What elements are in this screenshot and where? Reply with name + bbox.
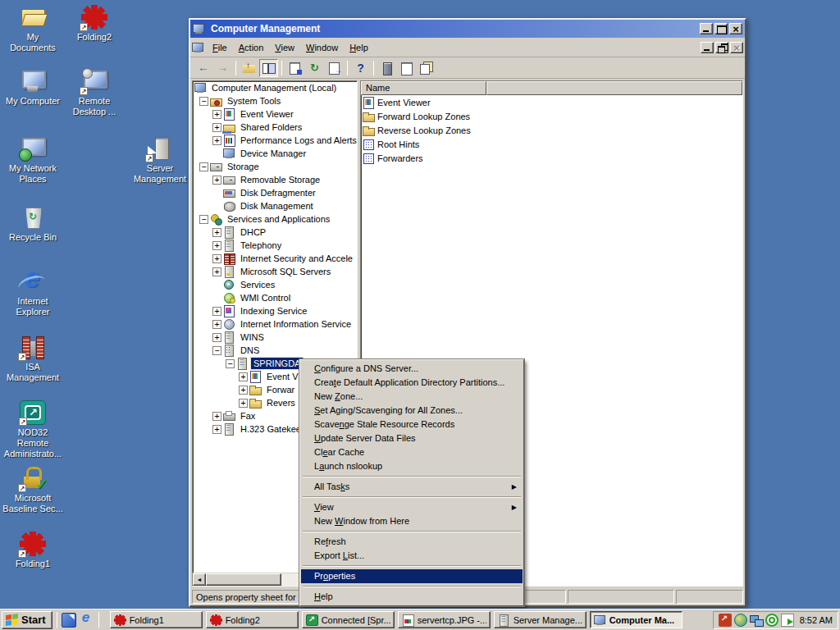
scroll-left-arrow[interactable]: ◄ — [193, 573, 206, 586]
tree-item-event-viewer[interactable]: +Event Viewer — [193, 107, 357, 121]
context-menu-item-update-server-data-files[interactable]: Update Server Data Files — [301, 431, 523, 445]
internet-explorer-icon[interactable] — [80, 613, 94, 628]
expand-toggle-icon[interactable]: + — [212, 228, 221, 237]
desktop-icon-microsoft-baseline-sec[interactable]: ↗Microsoft Baseline Sec... — [0, 466, 66, 514]
list-item-root-hints[interactable]: Root Hints — [361, 137, 742, 151]
help-button[interactable] — [351, 59, 370, 77]
collapse-toggle-icon[interactable]: − — [199, 97, 208, 106]
tree-item-system-tools[interactable]: −System Tools — [193, 94, 357, 107]
taskbar-button-folding1[interactable]: Folding1 — [110, 611, 203, 628]
tree-item-dhcp[interactable]: +DHCP — [193, 226, 357, 239]
minimize-button[interactable] — [700, 23, 713, 34]
taskbar-button-computer-ma[interactable]: Computer Ma... — [590, 611, 682, 628]
network-computers-icon[interactable] — [750, 614, 763, 627]
desktop-icon-my-documents[interactable]: My Documents — [2, 5, 64, 53]
expand-toggle-icon[interactable]: + — [239, 399, 248, 408]
context-menu-item-export-list[interactable]: Export List... — [301, 549, 523, 563]
taskbar-button-servertcp-jpg[interactable]: servertcp.JPG -... — [398, 611, 491, 628]
expand-toggle-icon[interactable]: + — [239, 372, 248, 381]
context-menu-item-view[interactable]: View▶ — [301, 500, 523, 514]
desktop-icon-folding2[interactable]: ↗Folding2 — [63, 5, 126, 43]
back-button[interactable] — [194, 59, 212, 77]
server-button[interactable] — [377, 59, 396, 77]
window-titlebar[interactable]: Computer Management — [190, 20, 745, 38]
taskbar-button-folding2[interactable]: Folding2 — [206, 611, 299, 628]
tree-item-dns[interactable]: −DNS — [193, 344, 357, 357]
tree-item-services[interactable]: Services — [193, 278, 357, 291]
taskbar-clock[interactable]: 8:52 AM — [800, 615, 833, 625]
column-header-name[interactable]: Name — [361, 81, 486, 95]
record-list-button[interactable] — [397, 59, 416, 77]
column-header-blank[interactable] — [486, 81, 742, 95]
expand-toggle-icon[interactable]: + — [212, 241, 221, 250]
menu-file[interactable]: File — [207, 40, 233, 55]
context-menu-item-set-aging-scavenging-for-all-zones[interactable]: Set Aging/Scavenging for All Zones... — [301, 404, 523, 418]
collapse-toggle-icon[interactable]: − — [199, 215, 208, 224]
collapse-toggle-icon[interactable]: − — [199, 162, 208, 171]
expand-toggle-icon[interactable]: + — [212, 254, 221, 263]
tree-item-microsoft-sql-servers[interactable]: +Microsoft SQL Servers — [193, 265, 357, 278]
expand-toggle-icon[interactable]: + — [212, 320, 221, 329]
mdi-minimize-button[interactable] — [701, 42, 714, 53]
menu-action[interactable]: Action — [233, 40, 270, 55]
desktop-icon-my-network-places[interactable]: My Network Places — [2, 136, 64, 185]
tree-item-services-and-applications[interactable]: −Services and Applications — [193, 212, 357, 226]
expand-toggle-icon[interactable]: + — [212, 123, 221, 132]
network-globe-icon[interactable] — [734, 614, 747, 627]
mdi-restore-button[interactable] — [715, 42, 728, 53]
desktop-icon-internet-explorer[interactable]: Internet Explorer — [2, 269, 64, 317]
nod32-antivirus-icon[interactable] — [765, 614, 778, 627]
tree-item-storage[interactable]: −Storage — [193, 160, 357, 173]
tree-item-wmi-control[interactable]: WMI Control — [193, 291, 357, 304]
menu-help[interactable]: Help — [344, 40, 374, 55]
show-desktop-icon[interactable] — [62, 613, 76, 628]
context-menu-item-create-default-application-directory-partitions[interactable]: Create Default Application Directory Par… — [301, 376, 523, 390]
tree-item-indexing-service[interactable]: +Indexing Service — [193, 304, 357, 317]
tree-item-device-manager[interactable]: Device Manager — [193, 147, 357, 160]
expand-toggle-icon[interactable]: + — [212, 110, 221, 119]
context-menu-item-configure-a-dns-server[interactable]: Configure a DNS Server... — [301, 362, 523, 376]
task-scheduler-icon[interactable] — [781, 614, 794, 627]
taskbar-button-server-manage[interactable]: Server Manage... — [494, 611, 587, 628]
tree-item-internet-information-service[interactable]: +Internet Information Service — [193, 317, 357, 331]
list-item-forward-lookup-zones[interactable]: Forward Lookup Zones — [361, 109, 742, 123]
context-menu-item-launch-nslookup[interactable]: Launch nslookup — [301, 459, 523, 473]
context-menu-item-clear-cache[interactable]: Clear Cache — [301, 445, 523, 459]
export-list-button[interactable] — [325, 59, 344, 77]
tree-item-internet-security-and-accele[interactable]: +Internet Security and Accele — [193, 252, 357, 265]
desktop-icon-my-computer[interactable]: My Computer — [2, 69, 64, 107]
taskbar-button-connected-spr[interactable]: Connected [Spr... — [302, 611, 395, 628]
expand-toggle-icon[interactable]: + — [212, 425, 221, 434]
context-menu-item-all-tasks[interactable]: All Tasks▶ — [301, 480, 523, 494]
expand-toggle-icon[interactable]: + — [212, 267, 221, 276]
list-item-reverse-lookup-zones[interactable]: Reverse Lookup Zones — [361, 123, 742, 137]
tree-item-performance-logs-and-alerts[interactable]: +Performance Logs and Alerts — [193, 134, 357, 147]
show-hide-console-tree-button[interactable] — [259, 59, 278, 77]
tree-item-telephony[interactable]: +Telephony — [193, 239, 357, 252]
copy-button[interactable] — [417, 59, 436, 77]
collapse-toggle-icon[interactable]: − — [212, 346, 221, 355]
start-button[interactable]: Start — [2, 611, 52, 629]
close-button[interactable] — [729, 23, 742, 34]
tree-item-shared-folders[interactable]: +Shared Folders — [193, 121, 357, 134]
collapse-toggle-icon[interactable]: − — [226, 359, 235, 368]
desktop-icon-nod32-remote-administrato[interactable]: ↗NOD32 Remote Administrato... — [0, 400, 66, 459]
maximize-button[interactable] — [714, 23, 728, 34]
desktop-icon-remote-desktop[interactable]: ↗Remote Desktop ... — [63, 69, 126, 117]
tree-item-removable-storage[interactable]: +Removable Storage — [193, 173, 357, 186]
tree-item-disk-management[interactable]: Disk Management — [193, 199, 357, 212]
refresh-button[interactable] — [305, 59, 324, 77]
remote-connection-icon[interactable] — [719, 614, 732, 627]
context-menu-item-refresh[interactable]: Refresh — [301, 535, 523, 549]
desktop-icon-recycle-bin[interactable]: Recycle Bin — [2, 205, 64, 243]
expand-toggle-icon[interactable]: + — [212, 136, 221, 145]
list-item-event-viewer[interactable]: Event Viewer — [361, 95, 742, 109]
forward-button[interactable] — [213, 59, 232, 77]
tree-item-wins[interactable]: +WINS — [193, 331, 357, 344]
context-menu-item-new-zone[interactable]: New Zone... — [301, 390, 523, 404]
list-item-forwarders[interactable]: Forwarders — [361, 151, 742, 165]
tree-item-computer-management-local[interactable]: Computer Management (Local) — [193, 81, 357, 94]
context-menu-item-help[interactable]: Help — [301, 590, 523, 604]
desktop-icon-server-management[interactable]: ↗Server Management — [123, 136, 197, 185]
menu-window[interactable]: Window — [300, 40, 344, 55]
